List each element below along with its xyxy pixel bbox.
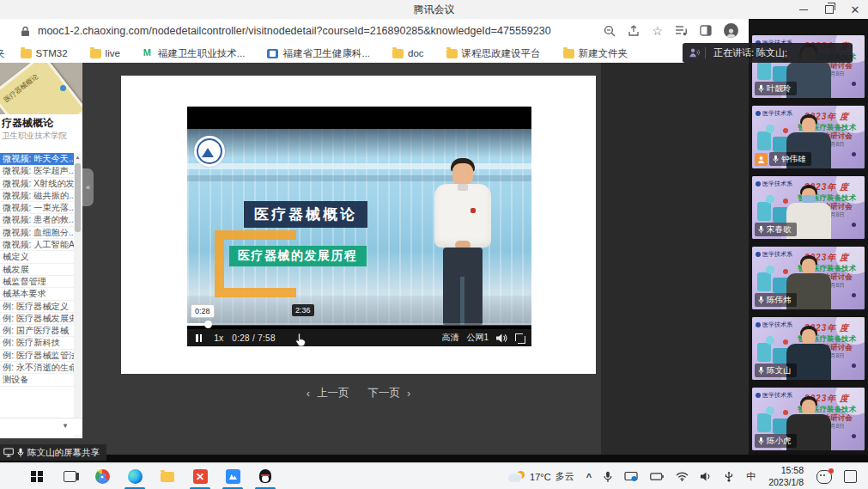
browser-toolbar: mooc1-2.chaoxing.com/nodedetailcontrolle…	[0, 19, 749, 44]
bookmark-item[interactable]: 新建文件夹	[563, 47, 628, 60]
textbook-cover: 医疗器械概论	[0, 63, 82, 114]
bookmark-star-icon[interactable]: ☆	[652, 25, 663, 37]
chapter-item[interactable]: 械发展	[0, 264, 74, 276]
task-view-button[interactable]	[53, 463, 86, 489]
start-button[interactable]	[21, 463, 53, 489]
department-badge: 医学技术系	[756, 321, 792, 329]
bookmark-item[interactable]: STM32	[21, 48, 68, 58]
taskbar-clock[interactable]: 15:58 2023/1/8	[762, 465, 810, 487]
channel-logo-icon	[194, 136, 225, 167]
department-badge: 医学技术系	[756, 109, 792, 118]
participant-tile[interactable]: 2023年 度 智能医疗装备技术 专业教改研讨会 2023年1月8日 医学技术系	[752, 388, 865, 450]
restore-button[interactable]	[823, 3, 835, 15]
chapter-item[interactable]: 微视频: 一束光落...	[0, 202, 74, 214]
bookmark-icon	[446, 49, 458, 58]
chrome-taskbar-icon[interactable]	[86, 463, 118, 489]
address-bar[interactable]: mooc1-2.chaoxing.com/nodedetailcontrolle…	[38, 25, 551, 37]
video-overlay-title: 医疗器械概论	[244, 201, 367, 228]
scroll-up-icon[interactable]: ▲	[74, 153, 82, 162]
tray-expand-icon[interactable]: ^	[580, 463, 598, 489]
chapter-label: 测设备	[3, 375, 29, 384]
chapter-item[interactable]: 测设备	[0, 374, 74, 386]
share-icon[interactable]	[628, 25, 640, 37]
edge-taskbar-icon[interactable]	[118, 463, 151, 489]
bookmark-icon	[392, 49, 404, 58]
chapter-item[interactable]: 例: 永不消逝的生命...	[0, 362, 74, 374]
tray-volume-icon[interactable]	[695, 463, 718, 489]
sidebar-scrollbar[interactable]: ▲	[74, 153, 82, 438]
tray-usb-icon[interactable]	[718, 463, 740, 489]
side-panel-icon[interactable]	[700, 25, 712, 36]
quality-button[interactable]: 高清	[441, 332, 458, 344]
next-page-button[interactable]: 下一页 ›	[368, 386, 411, 400]
department-logo-icon	[756, 181, 761, 186]
progress-knob[interactable]	[204, 321, 212, 328]
chevron-right-icon: ›	[407, 387, 410, 400]
weather-widget[interactable]: 17°C 多云	[502, 463, 580, 489]
speaker-icon	[683, 47, 705, 58]
prev-page-button[interactable]: ‹ 上一页	[307, 386, 349, 400]
video-player[interactable]: 医疗器械概论 医疗器械的发展历程 0:28 2:36 1x 0:28 / 7:5…	[187, 107, 531, 346]
tray-chat-icon[interactable]	[810, 463, 838, 489]
chapter-item[interactable]: 例: 医疗器械监管法规	[0, 350, 74, 362]
bookmark-item[interactable]: 福建卫生职业技术...	[143, 47, 246, 60]
chapter-item[interactable]: 微视频: X射线的发...	[0, 178, 74, 190]
sidebar-collapse-handle[interactable]: «	[82, 168, 94, 206]
tray-mic-icon[interactable]	[598, 463, 618, 489]
tray-wifi-icon[interactable]	[670, 463, 695, 489]
bookmark-item[interactable]: doc	[392, 48, 424, 58]
profile-avatar[interactable]	[724, 23, 738, 38]
tray-battery-icon[interactable]	[644, 463, 670, 489]
bookmark-partial[interactable]: 夹	[0, 47, 5, 60]
chapter-item[interactable]: 微视频: 昨天今天...	[0, 153, 74, 165]
windows-taskbar: ✕ 17°C 多云 ^	[0, 462, 868, 489]
chapter-item[interactable]: 械监督管理	[0, 276, 74, 288]
chapter-item[interactable]: 械定义	[0, 251, 74, 263]
qq-taskbar-icon[interactable]	[249, 463, 282, 489]
progress-tooltip-current: 0:28	[191, 304, 215, 318]
pause-button[interactable]	[196, 334, 202, 342]
notification-center-icon[interactable]	[838, 463, 863, 489]
bookmark-item[interactable]: 课程思政建设平台	[446, 47, 541, 60]
chapter-item[interactable]: 例: 医疗器械发展史	[0, 313, 74, 325]
x-app-icon[interactable]: ✕	[184, 463, 216, 489]
close-button[interactable]: ✕	[849, 3, 861, 15]
chapter-item[interactable]: 微视频: 患者的救...	[0, 214, 74, 226]
progress-bar[interactable]: 0:28 2:36	[187, 323, 531, 326]
tray-cast-icon[interactable]	[618, 463, 644, 489]
chapter-item[interactable]: 微视频: 人工智能A...	[0, 239, 74, 251]
chapter-item[interactable]: 例: 国产医疗器械	[0, 325, 74, 337]
line-select-button[interactable]: 公网1	[466, 332, 489, 344]
page-background-right	[601, 63, 749, 455]
chapter-item[interactable]: 例: 医疗新科技	[0, 337, 74, 349]
participant-tile[interactable]: 2023年 度 智能医疗装备技术 专业教改研讨会 2023年1月8日 医学技术系	[752, 106, 865, 168]
zoom-icon[interactable]	[604, 25, 616, 37]
participant-tile[interactable]: 2023年 度 智能医疗装备技术 专业教改研讨会 2023年1月8日 医学技术系	[752, 176, 865, 239]
playlist-icon[interactable]	[675, 25, 688, 36]
chapter-item[interactable]: 例: 医疗器械定义	[0, 301, 74, 313]
chapter-item[interactable]: 微视频: 医学超声...	[0, 165, 74, 177]
participant-tile[interactable]: 2023年 度 智能医疗装备技术 专业教改研讨会 2023年1月8日 医学技术系	[752, 317, 865, 380]
tencent-meeting-icon[interactable]	[216, 463, 249, 489]
bookmark-item[interactable]: live	[90, 48, 120, 58]
bookmark-label: 新建文件夹	[579, 47, 628, 60]
chapter-item[interactable]: 微视频: 血细胞分...	[0, 227, 74, 239]
scrollbar-thumb[interactable]	[75, 163, 81, 232]
course-cover-image: 医疗器械概论	[0, 63, 82, 114]
participant-tile[interactable]: 2023年 度 智能医疗装备技术 专业教改研讨会 2023年1月8日 医学技术系	[752, 247, 865, 309]
course-sidebar: 医疗器械概论 疗器械概论 卫生职业技术学院 微视频: 昨天今天...微视频: 医…	[0, 63, 82, 438]
chapter-item[interactable]: 械基本要求	[0, 288, 74, 300]
sidebar-dropdown[interactable]: ▼	[0, 418, 82, 436]
bookmark-icon	[563, 49, 574, 58]
bookmark-item[interactable]: 福建省卫生健康科...	[267, 47, 370, 60]
minimize-button[interactable]	[798, 3, 810, 15]
chapter-item[interactable]: 微视频: 磁共振的...	[0, 190, 74, 202]
participant-name: 钟伟雄	[781, 154, 806, 165]
volume-icon[interactable]	[496, 333, 507, 343]
tencent-meeting-window: 腾讯会议 ✕ mooc1-2.chaoxing.com/nodedetailco…	[0, 0, 868, 489]
fullscreen-icon[interactable]	[515, 333, 524, 342]
ime-indicator[interactable]: 中	[740, 463, 762, 489]
participant-name-pill: 钟伟雄	[769, 152, 811, 166]
playback-speed[interactable]: 1x	[214, 333, 223, 343]
file-explorer-icon[interactable]	[151, 463, 184, 489]
